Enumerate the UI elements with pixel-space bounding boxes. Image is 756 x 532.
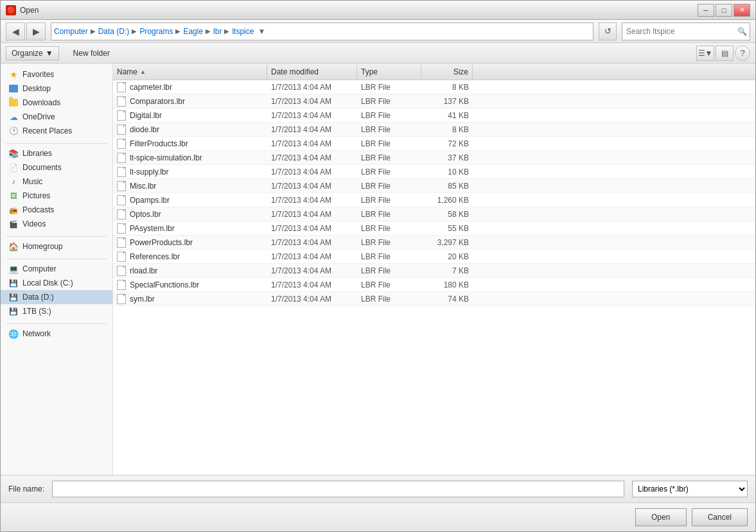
column-header-type[interactable]: Type [357, 64, 421, 80]
sidebar-item-1tb-s[interactable]: 💾 1TB (S:) [1, 304, 112, 318]
file-type-cell: LBR File [357, 125, 421, 134]
file-name-cell: PAsystem.lbr [113, 223, 267, 234]
title-bar: 🔴 Open ─ □ ✕ [1, 1, 755, 20]
file-date-cell: 1/7/2013 4:04 AM [267, 210, 357, 219]
file-icon [117, 96, 126, 107]
file-date-cell: 1/7/2013 4:04 AM [267, 196, 357, 205]
table-row[interactable]: References.lbr 1/7/2013 4:04 AM LBR File… [113, 250, 755, 264]
table-row[interactable]: Comparators.lbr 1/7/2013 4:04 AM LBR Fil… [113, 94, 755, 108]
breadcrumb-lbr[interactable]: lbr [213, 27, 222, 36]
cancel-button[interactable]: Cancel [692, 508, 748, 526]
filename-input[interactable] [52, 481, 624, 497]
file-date-cell: 1/7/2013 4:04 AM [267, 280, 357, 289]
file-size-cell: 37 KB [421, 153, 473, 162]
sidebar-item-onedrive[interactable]: ☁ OneDrive [1, 110, 112, 124]
minimize-button[interactable]: ─ [698, 4, 714, 17]
sidebar-item-local-disk-c[interactable]: 💾 Local Disk (C:) [1, 276, 112, 290]
table-row[interactable]: PAsystem.lbr 1/7/2013 4:04 AM LBR File 5… [113, 221, 755, 236]
search-icon[interactable]: 🔍 [734, 23, 750, 40]
table-row[interactable]: Optos.lbr 1/7/2013 4:04 AM LBR File 58 K… [113, 207, 755, 221]
table-row[interactable]: Misc.lbr 1/7/2013 4:04 AM LBR File 85 KB [113, 179, 755, 193]
breadcrumb-programs[interactable]: Programs [139, 27, 173, 36]
downloads-label: Downloads [22, 98, 60, 107]
sidebar-item-documents[interactable]: 📄 Documents [1, 160, 112, 175]
onedrive-label: OneDrive [22, 112, 55, 121]
file-type-cell: LBR File [357, 139, 421, 148]
sidebar-divider-3 [6, 259, 107, 259]
file-type-cell: LBR File [357, 238, 421, 247]
sidebar-item-data-d[interactable]: 💾 Data (D:) [1, 290, 112, 304]
file-type-cell: LBR File [357, 97, 421, 106]
open-button[interactable]: Open [635, 508, 687, 526]
sidebar-item-homegroup[interactable]: 🏠 Homegroup [1, 239, 112, 253]
file-date-cell: 1/7/2013 4:04 AM [267, 97, 357, 106]
breadcrumb-computer[interactable]: Computer [54, 27, 88, 36]
file-name-text: SpecialFunctions.lbr [130, 280, 199, 289]
address-dropdown-button[interactable]: ▼ [255, 23, 268, 40]
refresh-button[interactable]: ↺ [599, 22, 617, 40]
detail-view-button[interactable]: ▤ [716, 46, 734, 61]
file-size-cell: 74 KB [421, 295, 473, 304]
file-name-text: capmeter.lbr [130, 83, 172, 92]
file-icon [117, 124, 126, 135]
column-header-name[interactable]: Name ▲ [113, 64, 267, 80]
table-row[interactable]: sym.lbr 1/7/2013 4:04 AM LBR File 74 KB [113, 292, 755, 306]
recent-places-icon: 🕐 [8, 126, 19, 136]
libraries-label: Libraries [22, 149, 52, 158]
toolbar: ◀ ▶ Computer ▶ Data (D:) ▶ Programs ▶ Ea… [1, 20, 755, 43]
table-row[interactable]: lt-spice-simulation.lbr 1/7/2013 4:04 AM… [113, 151, 755, 165]
search-input[interactable] [622, 27, 734, 36]
table-row[interactable]: FilterProducts.lbr 1/7/2013 4:04 AM LBR … [113, 137, 755, 151]
pictures-label: Pictures [22, 191, 50, 200]
back-button[interactable]: ◀ [6, 22, 25, 40]
file-date-cell: 1/7/2013 4:04 AM [267, 111, 357, 120]
table-row[interactable]: rload.lbr 1/7/2013 4:04 AM LBR File 7 KB [113, 264, 755, 278]
sidebar-item-network[interactable]: 🌐 Network [1, 327, 112, 341]
sidebar-item-downloads[interactable]: Downloads [1, 96, 112, 110]
file-type-cell: LBR File [357, 280, 421, 289]
help-button[interactable]: ? [735, 46, 750, 61]
column-header-size[interactable]: Size [421, 64, 473, 80]
file-size-cell: 1,260 KB [421, 196, 473, 205]
file-name-text: Misc.lbr [130, 182, 156, 191]
table-row[interactable]: Opamps.lbr 1/7/2013 4:04 AM LBR File 1,2… [113, 193, 755, 207]
table-row[interactable]: capmeter.lbr 1/7/2013 4:04 AM LBR File 8… [113, 80, 755, 94]
podcasts-icon: 📻 [8, 205, 19, 215]
table-row[interactable]: diode.lbr 1/7/2013 4:04 AM LBR File 8 KB [113, 123, 755, 137]
sidebar-item-recent-places[interactable]: 🕐 Recent Places [1, 124, 112, 138]
sidebar-item-videos[interactable]: 🎬 Videos [1, 217, 112, 231]
list-view-button[interactable]: ☰▼ [696, 46, 714, 61]
table-row[interactable]: PowerProducts.lbr 1/7/2013 4:04 AM LBR F… [113, 236, 755, 250]
filetype-select[interactable]: Libraries (*.lbr) All Files (*.*) [632, 481, 748, 497]
file-icon [117, 82, 126, 92]
table-row[interactable]: lt-supply.lbr 1/7/2013 4:04 AM LBR File … [113, 165, 755, 179]
sidebar-item-podcasts[interactable]: 📻 Podcasts [1, 203, 112, 217]
close-button[interactable]: ✕ [734, 4, 750, 17]
file-list-container: Name ▲ Date modified Type Size capmeter.… [113, 64, 755, 475]
homegroup-label: Homegroup [22, 242, 63, 251]
breadcrumb-datad[interactable]: Data (D:) [98, 27, 130, 36]
column-header-date[interactable]: Date modified [267, 64, 357, 80]
breadcrumb-ltspice[interactable]: ltspice [232, 27, 254, 36]
file-size-cell: 8 KB [421, 125, 473, 134]
maximize-button[interactable]: □ [716, 4, 732, 17]
sidebar-item-music[interactable]: ♪ Music [1, 175, 112, 189]
file-name-text: Comparators.lbr [130, 97, 185, 106]
file-type-cell: LBR File [357, 83, 421, 92]
window-title: Open [20, 6, 698, 15]
organize-button[interactable]: Organize ▼ [6, 46, 59, 60]
sidebar-divider-1 [6, 143, 107, 144]
address-bar[interactable]: Computer ▶ Data (D:) ▶ Programs ▶ Eagle … [51, 22, 593, 40]
new-folder-button[interactable]: New folder [67, 47, 116, 60]
table-row[interactable]: SpecialFunctions.lbr 1/7/2013 4:04 AM LB… [113, 278, 755, 292]
file-name-text: diode.lbr [130, 125, 159, 134]
sidebar-item-desktop[interactable]: Desktop [1, 82, 112, 96]
file-date-cell: 1/7/2013 4:04 AM [267, 153, 357, 162]
filename-label: File name: [8, 485, 44, 493]
breadcrumb-eagle[interactable]: Eagle [183, 27, 203, 36]
table-row[interactable]: Digital.lbr 1/7/2013 4:04 AM LBR File 41… [113, 108, 755, 123]
file-type-cell: LBR File [357, 210, 421, 219]
forward-button[interactable]: ▶ [26, 22, 46, 40]
sidebar-item-pictures[interactable]: 🖼 Pictures [1, 189, 112, 203]
col-date-label: Date modified [271, 67, 319, 76]
